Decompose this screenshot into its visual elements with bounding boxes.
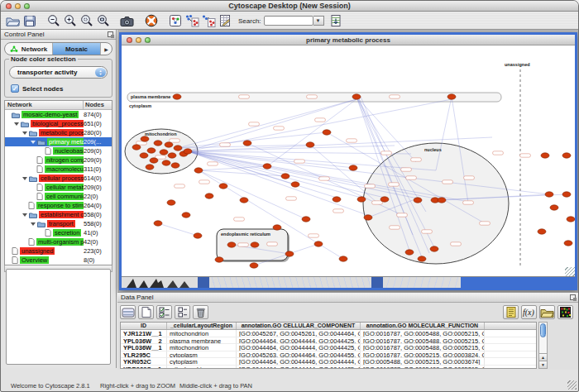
frame-zoom-icon[interactable] bbox=[145, 37, 151, 43]
snapshot-icon[interactable] bbox=[119, 13, 135, 28]
disclosure-triangle-icon[interactable] bbox=[22, 177, 27, 180]
select-nodes-checkbox[interactable]: ✓ bbox=[11, 84, 19, 93]
scroll-down-icon[interactable]: ▼ bbox=[539, 361, 547, 368]
tree-item-response-to-stimulu[interactable]: response to stimulu264(0) bbox=[5, 201, 112, 210]
help-icon[interactable] bbox=[143, 13, 159, 28]
network-node[interactable] bbox=[538, 229, 546, 234]
open-file-icon[interactable] bbox=[5, 13, 21, 28]
edit-table-icon[interactable] bbox=[217, 13, 232, 28]
network-node[interactable] bbox=[541, 153, 549, 158]
window-titlebar[interactable]: Cytoscape Desktop (New Session) bbox=[1, 1, 578, 12]
tab-mosaic[interactable]: Mosaic bbox=[53, 43, 101, 55]
network-node[interactable] bbox=[414, 198, 422, 203]
table-row[interactable]: YLR295Ccytoplasm[GO:0045263, GO:0044464,… bbox=[121, 351, 536, 359]
network-node[interactable] bbox=[147, 148, 156, 153]
network-node[interactable] bbox=[219, 184, 227, 189]
network-node[interactable] bbox=[154, 221, 162, 226]
search-input[interactable] bbox=[264, 16, 313, 26]
network-node[interactable] bbox=[285, 251, 294, 256]
delete-attribute-icon[interactable] bbox=[193, 305, 208, 319]
node-color-dropdown[interactable]: transporter activity ▲▼ bbox=[9, 66, 108, 79]
new-attribute-icon[interactable] bbox=[138, 305, 154, 319]
network-frame-titlebar[interactable]: primary metabolic process bbox=[122, 35, 575, 45]
minimize-icon[interactable] bbox=[15, 3, 21, 9]
network-node[interactable] bbox=[291, 182, 299, 187]
network-node[interactable] bbox=[150, 158, 158, 163]
network-node[interactable] bbox=[154, 141, 162, 146]
column-header[interactable]: annotation.GO CELLULAR_COMPONENT bbox=[237, 323, 361, 329]
network-node[interactable] bbox=[447, 94, 456, 99]
tree-item-mosaic-demo-yeast[interactable]: mosaic-demo-yeast874(0) bbox=[5, 110, 112, 119]
network-node[interactable] bbox=[306, 142, 314, 147]
float-panel-icon[interactable] bbox=[570, 294, 576, 300]
network-node[interactable] bbox=[173, 94, 181, 99]
network-node[interactable] bbox=[339, 256, 347, 261]
network-node[interactable] bbox=[171, 163, 179, 168]
network-node[interactable] bbox=[184, 149, 192, 154]
network-node[interactable] bbox=[364, 215, 372, 220]
attribute-list-icon[interactable] bbox=[503, 305, 519, 319]
network-node[interactable] bbox=[162, 160, 170, 165]
network-node[interactable] bbox=[550, 205, 558, 210]
overview-icon[interactable] bbox=[167, 13, 183, 28]
network-node[interactable] bbox=[251, 242, 259, 247]
network-node[interactable] bbox=[281, 174, 290, 179]
network-node[interactable] bbox=[323, 130, 331, 135]
tree-item-metabolic-process[interactable]: metabolic process280(0) bbox=[5, 128, 112, 137]
tree-column-nodes[interactable]: Nodes bbox=[84, 101, 112, 109]
tree-item-cell-communicat[interactable]: cell communicat22(0) bbox=[5, 192, 112, 201]
tree-header[interactable]: Network Nodes bbox=[5, 101, 112, 110]
tab-overflow-icon[interactable]: ▶ bbox=[101, 43, 112, 55]
network-node[interactable] bbox=[302, 217, 310, 222]
network-node[interactable] bbox=[227, 242, 236, 247]
scroll-up-icon[interactable]: ▲ bbox=[539, 353, 547, 361]
birds-eye-view[interactable] bbox=[6, 269, 111, 365]
column-header[interactable]: _cellularLayoutRegion bbox=[167, 323, 237, 329]
network-node[interactable] bbox=[562, 153, 571, 158]
frame-close-icon[interactable] bbox=[127, 37, 132, 43]
network-node[interactable] bbox=[380, 197, 389, 202]
tree-item-unassigned[interactable]: unassigned223(0) bbox=[5, 246, 112, 256]
network-node[interactable] bbox=[194, 233, 202, 238]
tree-item-cellular-metabo[interactable]: cellular metabo209(0) bbox=[5, 183, 112, 192]
column-header[interactable]: annotation.GO MOLECULAR_FUNCTION bbox=[361, 323, 485, 329]
network-node[interactable] bbox=[160, 150, 168, 155]
tree-item-macromolecule[interactable]: macromolecule311(0) bbox=[5, 165, 112, 174]
table-row[interactable]: YPL036W__2plasma membrane[GO:0044464, GO… bbox=[121, 337, 536, 345]
function-builder-icon[interactable]: f(x) bbox=[521, 305, 537, 319]
tab-network[interactable]: Network bbox=[5, 43, 53, 55]
frame-minimize-icon[interactable] bbox=[136, 37, 141, 43]
network-node[interactable] bbox=[168, 153, 176, 158]
network-node[interactable] bbox=[349, 165, 357, 170]
network-node[interactable] bbox=[562, 192, 571, 197]
network-node[interactable] bbox=[165, 142, 173, 147]
network-node[interactable] bbox=[243, 141, 251, 146]
tree-item-primary-metabo[interactable]: primary metabo209(... bbox=[5, 137, 112, 146]
network-node[interactable] bbox=[140, 153, 148, 158]
frame-resize-grip[interactable] bbox=[565, 267, 575, 276]
table-row[interactable]: YJR121W__1mitochondrion[GO:0045267, GO:0… bbox=[121, 330, 536, 337]
network-canvas[interactable]: plasma membranemitochondrionnucleusendop… bbox=[122, 46, 575, 276]
matrix-icon[interactable] bbox=[557, 305, 573, 319]
search-dropdown-arrow-icon[interactable]: ▼ bbox=[313, 16, 324, 26]
network-node[interactable] bbox=[146, 165, 154, 170]
network-node[interactable] bbox=[357, 197, 366, 202]
table-vertical-scrollbar[interactable]: ▲ ▼ bbox=[538, 322, 548, 369]
tree-item-overview[interactable]: Overview8(0) bbox=[5, 256, 112, 265]
network-node[interactable] bbox=[567, 217, 575, 222]
tree-item-cellular-process[interactable]: cellular process614(0) bbox=[5, 174, 112, 183]
table-rows-icon[interactable] bbox=[120, 305, 136, 319]
disclosure-triangle-icon[interactable] bbox=[31, 222, 36, 226]
network-node[interactable] bbox=[352, 94, 361, 99]
network-node[interactable] bbox=[545, 192, 553, 197]
float-panel-icon[interactable] bbox=[108, 31, 113, 37]
import-attributes-icon[interactable] bbox=[539, 305, 555, 319]
table-row[interactable]: YPL036W__1mitochondrion[GO:0044464, GO:0… bbox=[121, 344, 536, 351]
save-icon[interactable] bbox=[22, 13, 37, 28]
window-resize-grip[interactable] bbox=[567, 380, 577, 390]
tree-item-multi-organism-pro[interactable]: multi-organism pro42(0) bbox=[5, 237, 112, 246]
select-attributes-icon[interactable] bbox=[156, 305, 172, 319]
tree-item-biological-process[interactable]: biological_process651(0) bbox=[5, 119, 112, 128]
tree-item-nucleobase-[interactable]: nucleobase-209(0) bbox=[5, 146, 112, 155]
tree-item-transport[interactable]: transport558(0) bbox=[5, 219, 112, 228]
